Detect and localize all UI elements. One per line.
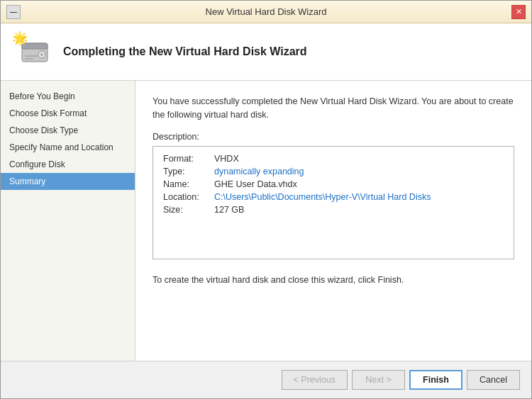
- close-button[interactable]: ✕: [511, 5, 526, 19]
- sidebar-item-choose-disk-type[interactable]: Choose Disk Type: [1, 122, 135, 139]
- field-key: Type:: [163, 167, 214, 176]
- field-value: C:\Users\Public\Documents\Hyper-V\Virtua…: [214, 192, 431, 202]
- table-row: Location:C:\Users\Public\Documents\Hyper…: [163, 192, 504, 202]
- table-row: Format:VHDX: [163, 154, 504, 164]
- sidebar-item-configure-disk[interactable]: Configure Disk: [1, 156, 135, 173]
- table-row: Name:GHE User Data.vhdx: [163, 179, 504, 189]
- field-value: GHE User Data.vhdx: [214, 179, 297, 189]
- wizard-icon: 🌟: [15, 33, 52, 70]
- svg-rect-5: [25, 58, 33, 60]
- wizard-header-title: Completing the New Virtual Hard Disk Wiz…: [63, 45, 307, 58]
- cancel-button[interactable]: Cancel: [467, 370, 520, 390]
- window-title: New Virtual Hard Disk Wizard: [21, 6, 511, 17]
- finish-note: To create the virtual hard disk and clos…: [153, 274, 514, 287]
- field-key: Format:: [163, 154, 214, 164]
- table-row: Size:127 GB: [163, 205, 504, 215]
- svg-rect-4: [25, 55, 38, 57]
- footer: < Previous Next > Finish Cancel: [1, 361, 531, 398]
- field-value: 127 GB: [214, 205, 244, 215]
- sidebar-item-before-you-begin[interactable]: Before You Begin: [1, 88, 135, 105]
- svg-point-3: [40, 53, 43, 56]
- sidebar-item-choose-disk-format[interactable]: Choose Disk Format: [1, 105, 135, 122]
- sidebar: Before You BeginChoose Disk FormatChoose…: [1, 81, 135, 361]
- title-bar: — New Virtual Hard Disk Wizard ✕: [1, 1, 531, 23]
- header-banner: 🌟 Completing the New Virtual Hard Disk W…: [1, 23, 531, 81]
- next-button[interactable]: Next >: [352, 370, 405, 390]
- main-content: You have successfully completed the New …: [135, 81, 531, 361]
- description-box: Format:VHDXType:dynamically expandingNam…: [153, 146, 514, 259]
- sidebar-item-summary[interactable]: Summary: [1, 173, 135, 190]
- intro-text: You have successfully completed the New …: [153, 95, 514, 122]
- field-value: VHDX: [214, 154, 239, 164]
- table-row: Type:dynamically expanding: [163, 167, 504, 176]
- field-key: Location:: [163, 192, 214, 202]
- field-key: Name:: [163, 179, 214, 189]
- sun-icon: 🌟: [12, 30, 28, 46]
- previous-button[interactable]: < Previous: [282, 370, 348, 390]
- field-key: Size:: [163, 205, 214, 215]
- sidebar-item-specify-name-and-location[interactable]: Specify Name and Location: [1, 139, 135, 156]
- content-area: Before You BeginChoose Disk FormatChoose…: [1, 81, 531, 361]
- finish-button[interactable]: Finish: [409, 370, 462, 390]
- field-value: dynamically expanding: [214, 167, 304, 176]
- description-label: Description:: [153, 132, 514, 142]
- wizard-window: — New Virtual Hard Disk Wizard ✕ 🌟 Compl…: [0, 0, 532, 399]
- minimize-button[interactable]: —: [6, 5, 21, 19]
